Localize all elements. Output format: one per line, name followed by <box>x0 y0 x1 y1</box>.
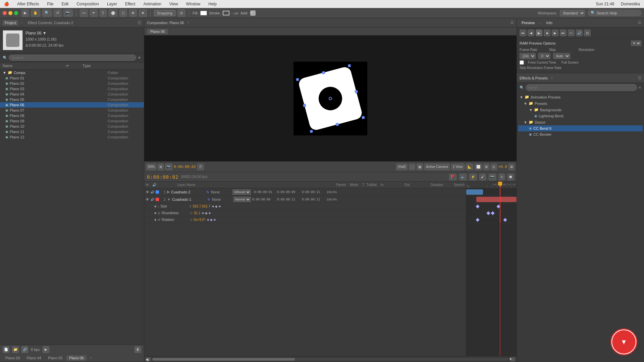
maximize-window-btn[interactable] <box>14 11 18 15</box>
handle-ml[interactable] <box>303 104 306 107</box>
resolution-select-rp[interactable]: Auto <box>553 53 570 59</box>
tl-shape-btn[interactable]: ⬟ <box>507 174 514 180</box>
layer-fx-2[interactable]: fx <box>207 198 211 201</box>
camera-tool[interactable]: 📷 <box>63 9 73 17</box>
selection-tool[interactable]: ▶ <box>21 9 29 17</box>
kf-rotation-1[interactable] <box>476 218 479 222</box>
tree-item-plano01[interactable]: ▣ Plano 01 Composition <box>0 75 144 81</box>
workspace-select[interactable]: Standard <box>560 10 585 16</box>
lightning-bend-item[interactable]: ▣ Lightning Bend <box>518 113 643 119</box>
track-2[interactable] <box>466 196 517 203</box>
tl-solo-btn[interactable]: 🔈 <box>459 174 467 180</box>
handle-br[interactable] <box>362 116 365 119</box>
tree-item-plano09[interactable]: ▣ Plano 09 Composition <box>0 118 144 124</box>
dependencies-btn[interactable]: 🔗 <box>21 346 28 353</box>
tree-item-plano10[interactable]: ▣ Plano 10 Composition <box>0 124 144 129</box>
layer-parent-1[interactable]: None <box>211 190 231 194</box>
tab-project[interactable]: Project <box>3 20 18 25</box>
scroll-right-btn[interactable]: ▶ <box>510 357 515 361</box>
animation-presets-folder[interactable]: ▼ 📁 Animation Presets <box>518 94 643 100</box>
kf-roundness-1[interactable] <box>491 211 494 215</box>
layer-name-1[interactable]: Cuadrado 2 <box>171 190 205 194</box>
tl-render-btn[interactable]: ⚡ <box>469 174 477 180</box>
zoom-tool[interactable]: 🔍 <box>42 9 52 17</box>
tab-close[interactable]: ✕ <box>89 356 92 360</box>
from-current-checkbox[interactable] <box>520 60 524 65</box>
frame-rate-select[interactable]: (24) <box>520 53 536 59</box>
handle-tc[interactable] <box>322 71 325 74</box>
tl-camera-btn[interactable]: 📷 <box>489 174 496 180</box>
scrollbar-track[interactable] <box>152 358 508 361</box>
scrollbar-thumb[interactable] <box>152 358 295 361</box>
kf-prev-rot[interactable]: ◀ <box>207 218 209 221</box>
layer-expand-1[interactable]: ▶ <box>167 190 170 194</box>
stroke-color[interactable] <box>223 11 229 15</box>
menu-effect[interactable]: Effect <box>124 1 137 7</box>
new-folder-btn[interactable]: 📁 <box>12 346 19 353</box>
play-btn[interactable]: ▶ <box>536 29 542 36</box>
prop-rotation-val[interactable]: 0x+9.0° <box>194 218 205 222</box>
preview-tab[interactable]: Preview <box>520 20 537 25</box>
menu-help[interactable]: Help <box>207 1 218 7</box>
comp-panel-menu[interactable]: ☰ <box>511 20 514 25</box>
layer-parent-2[interactable]: None <box>212 197 232 201</box>
layer-mode-1[interactable]: Silhouet <box>232 189 251 195</box>
layer-vis-icon[interactable]: 👁 <box>146 190 149 194</box>
kf-rotation-2[interactable] <box>503 218 507 222</box>
layer-audio-icon[interactable]: 🔊 <box>151 190 154 194</box>
go-first-btn[interactable]: ⏮ <box>520 29 526 36</box>
project-search-input[interactable] <box>9 55 136 61</box>
composition-canvas[interactable] <box>144 36 517 161</box>
kf-next-size[interactable]: ▶ <box>219 205 221 208</box>
loop-btn[interactable]: ↩ <box>568 29 575 36</box>
layer-1[interactable]: 👁 🔊 1 ▶ Cuadrado 2 fx None Silhouet -0:0… <box>144 188 466 196</box>
rect-tool[interactable]: ▭ <box>80 9 88 17</box>
panel-menu-icon[interactable]: ☰ <box>138 20 141 25</box>
handle-mr[interactable] <box>355 90 358 93</box>
info-tab[interactable]: Info <box>544 20 554 25</box>
kf-diamond-size[interactable]: ◆ <box>215 204 218 208</box>
presets-folder[interactable]: ▼ 📁 Presets <box>518 100 643 107</box>
tab-plano03[interactable]: Plano 03 <box>3 355 22 361</box>
handle-tr[interactable] <box>348 64 351 67</box>
tree-item-plano07[interactable]: ▣ Plano 07 Composition <box>0 108 144 113</box>
zoom-select[interactable]: 50% <box>146 164 156 170</box>
tree-item-plano12[interactable]: ▣ Plano 12 Composition <box>0 134 144 140</box>
kf-prev-round[interactable]: ◀ <box>202 212 204 215</box>
kf-diamond-rot[interactable]: ◆ <box>210 218 213 222</box>
tree-folder-comps[interactable]: ▼ 📁 Comps Folder <box>0 70 144 75</box>
cc-bender-item[interactable]: ▣ CC Bender <box>518 131 643 137</box>
tl-brush-btn[interactable]: 🖌 <box>479 174 486 180</box>
motion-blur-view-btn[interactable]: ◎ <box>491 164 497 170</box>
guides-btn[interactable]: ⬜ <box>475 164 482 170</box>
handle-tl[interactable] <box>296 78 299 81</box>
kf-prev-size[interactable]: ◀ <box>212 205 214 208</box>
effects-search-input[interactable] <box>526 84 637 91</box>
rulers-btn[interactable]: 📐 <box>466 164 473 170</box>
ram-options-select[interactable]: ▼ <box>631 41 641 46</box>
timeline-ruler[interactable]: 0 04f 06f 08f <box>466 182 517 188</box>
tree-item-plano04[interactable]: ▣ Plano 04 Composition <box>0 92 144 97</box>
menu-animation[interactable]: Animation <box>142 1 162 7</box>
menu-view[interactable]: View <box>168 1 179 7</box>
effects-panel-close[interactable]: ✕ <box>550 76 553 80</box>
layer-vis-icon-2[interactable]: 👁 <box>146 197 149 201</box>
grid-btn[interactable]: ⊞ <box>483 164 489 170</box>
layer-expand-2[interactable]: ▼ <box>167 197 171 201</box>
eraser-tool[interactable]: ◻ <box>119 9 127 17</box>
bpc-toggle[interactable]: ▶ <box>43 346 49 353</box>
tree-item-plano11[interactable]: ▣ Plano 11 Composition <box>0 129 144 134</box>
fill-color[interactable] <box>200 11 207 15</box>
reset-btn[interactable]: ⊠ <box>508 164 515 170</box>
prop-roundness-val[interactable]: 91.1 <box>194 211 200 215</box>
new-item-btn[interactable]: 📄 <box>3 346 9 353</box>
viewer-toggle[interactable]: ⬚ <box>409 164 415 170</box>
tl-markers-btn[interactable]: 🚩 <box>449 174 457 180</box>
close-window-btn[interactable] <box>3 11 7 15</box>
prev-frame-btn[interactable]: ◀ <box>528 29 534 36</box>
stop-btn[interactable]: ■ <box>544 29 550 36</box>
comp-view-tab[interactable]: Plano 06 <box>147 29 168 34</box>
preview-panel-menu[interactable]: ☰ <box>638 20 641 25</box>
effects-clear-icon[interactable]: ✕ <box>638 85 641 90</box>
hand-tool[interactable]: ✋ <box>31 9 40 17</box>
